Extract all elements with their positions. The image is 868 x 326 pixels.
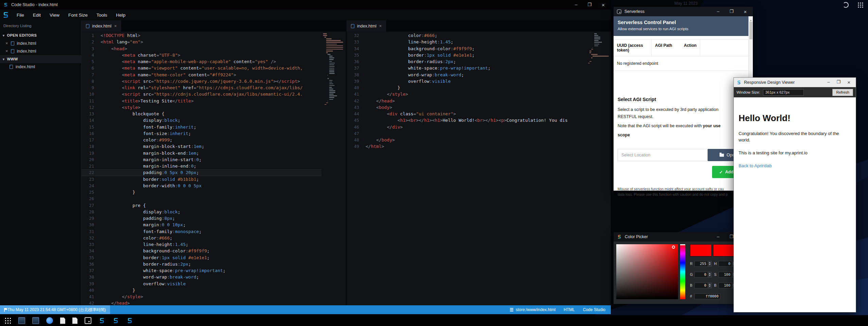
open-editor-item[interactable]: index.html (0, 47, 81, 55)
code-line[interactable]: 30 margin:0 0 10px; (82, 222, 321, 228)
start-menu-icon[interactable] (4, 317, 11, 324)
tab-index-html[interactable]: index.html (82, 20, 122, 32)
browser-icon[interactable] (46, 317, 53, 324)
code-line[interactable]: 10 <script src="https://cdnjs.cloudflare… (82, 91, 321, 97)
color-picker-titlebar[interactable]: Color Picker (614, 232, 753, 242)
minimize-button[interactable] (717, 9, 719, 15)
code-line[interactable]: 20 margin-inline-start:0; (82, 156, 321, 163)
code-line[interactable]: 34 background-color:#f9f9f9; (347, 45, 586, 52)
text-file-icon-1[interactable] (60, 318, 65, 324)
code-line[interactable]: 6 <meta name="viewport" content="user-sc… (82, 65, 321, 71)
code-line[interactable]: 24 border-width:0 0 0 5px (82, 183, 321, 189)
code-line[interactable]: 4 <meta charset="UTF-8"> (82, 52, 321, 58)
code-line[interactable]: 45 <h1><br></h1><h1>Hello World!<br></h1… (347, 117, 586, 123)
code-line[interactable]: 35 border:1px solid #e1e1e1; (347, 52, 586, 58)
code-line[interactable]: 31 font-family:monospace; (82, 228, 321, 235)
code-line[interactable]: 36 border-radius:2px; (347, 58, 586, 65)
code-line[interactable]: 34 background-color:#f9f9f9; (82, 248, 321, 254)
minimize-button[interactable] (827, 79, 830, 85)
code-line[interactable]: 1<!DOCTYPE html> (82, 32, 321, 39)
code-editor-right[interactable]: 32 color:#666;33 line-height:1.45;34 bac… (347, 32, 611, 305)
code-line[interactable]: 13 blockquote { (82, 111, 321, 117)
close-icon[interactable] (5, 49, 8, 54)
channel-input[interactable] (719, 261, 732, 267)
restore-button[interactable] (588, 2, 592, 8)
status-app-name[interactable]: Code Studio (583, 307, 605, 312)
previous-color-swatch[interactable] (713, 244, 735, 256)
code-line[interactable]: 32 color:#666; (347, 32, 586, 39)
open-editors-section-header[interactable]: OPEN EDITORS (0, 31, 81, 39)
code-line[interactable]: 15 font-family:inherit; (82, 124, 321, 130)
code-studio-icon-1[interactable] (99, 317, 105, 324)
menu-item[interactable]: Font Size (64, 11, 92, 19)
code-line[interactable]: 7 <meta name="theme-color" content="#ff9… (82, 72, 321, 78)
code-line[interactable]: 47 (347, 130, 586, 137)
code-line[interactable]: 39 overflow:visible (82, 281, 321, 287)
close-button[interactable] (744, 9, 747, 15)
code-line[interactable]: 26 (82, 195, 321, 202)
app-window-icon-2[interactable] (32, 317, 39, 324)
code-line[interactable]: 11 <title>Testing Site</title> (82, 98, 321, 104)
maximize-button[interactable] (837, 79, 841, 85)
code-line[interactable]: 29 padding:8px; (82, 215, 321, 222)
menu-item[interactable]: Tools (92, 11, 112, 19)
refresh-desktop-icon[interactable] (843, 2, 849, 8)
code-line[interactable]: 39 overflow:visible (347, 78, 586, 84)
code-line[interactable]: 36 border-radius:2px; (82, 261, 321, 267)
code-line[interactable]: 18 margin-block-start:1em; (82, 143, 321, 150)
menu-item[interactable]: View (45, 11, 64, 19)
code-line[interactable]: 25 } (82, 189, 321, 195)
current-color-swatch[interactable] (690, 244, 712, 256)
menu-item[interactable]: Edit (29, 11, 45, 19)
code-line[interactable]: 46 </div> (347, 124, 586, 130)
code-line[interactable]: 41 </style> (82, 293, 321, 300)
code-line[interactable]: 43 <body> (347, 104, 586, 111)
code-line[interactable]: 22 padding:0 5px 0 20px; (82, 169, 321, 176)
serverless-titlebar[interactable]: Serverless (614, 7, 753, 16)
minimap[interactable] (323, 33, 343, 106)
minimize-button[interactable] (575, 2, 577, 8)
code-line[interactable]: 14 display:block; (82, 117, 321, 123)
menu-item[interactable]: Help (112, 11, 130, 19)
tab-close-icon[interactable] (379, 23, 382, 28)
code-line[interactable]: 2<html lang="en"> (82, 39, 321, 45)
code-line[interactable]: 3 <head> (82, 45, 321, 52)
channel-input[interactable] (694, 283, 708, 288)
open-editor-item[interactable]: index.html (0, 39, 81, 47)
code-line[interactable]: 33 line-height:1.45; (347, 39, 586, 45)
serverless-app-icon[interactable] (85, 317, 91, 324)
code-line[interactable]: 38 word-wrap:break-word; (82, 274, 321, 280)
select-location-input[interactable] (618, 149, 708, 161)
code-line[interactable]: 19 margin-block-end:1em; (82, 150, 321, 156)
maximize-button[interactable] (730, 234, 734, 240)
spinner-icon[interactable] (708, 283, 712, 288)
code-line[interactable]: 5 <meta name="apple-mobile-web-app-capab… (82, 58, 321, 65)
status-file-location[interactable]: store:/www/index.html (510, 307, 555, 312)
code-line[interactable]: 48 </body> (347, 137, 586, 143)
code-line[interactable]: 44 <div class="ui container"> (347, 111, 586, 117)
code-line[interactable]: 9 <link rel="stylesheet" href="https://c… (82, 84, 321, 91)
saturation-brightness-field[interactable] (616, 244, 678, 299)
back-to-aprintlab-link[interactable]: Back to Aprintlab (739, 163, 772, 168)
code-line[interactable]: 16 font-size:inherit; (82, 130, 321, 137)
code-line[interactable]: 49</html> (347, 143, 586, 150)
close-button[interactable] (602, 2, 605, 8)
code-line[interactable]: 28 display:block; (82, 209, 321, 215)
minimize-button[interactable] (717, 234, 719, 240)
code-line[interactable]: 21 margin-inline-end:0; (82, 163, 321, 169)
close-icon[interactable] (5, 41, 8, 46)
menu-item[interactable]: File (12, 11, 29, 19)
code-line[interactable]: 40 } (347, 84, 586, 91)
channel-input[interactable] (719, 283, 732, 288)
window-size-input[interactable] (763, 89, 804, 96)
hue-cursor[interactable] (680, 244, 685, 245)
status-language[interactable]: HTML (564, 307, 575, 312)
code-line[interactable]: 40 } (82, 287, 321, 293)
code-line[interactable]: 42 </head> (82, 300, 321, 305)
color-cursor[interactable] (672, 246, 675, 249)
status-datetime[interactable]: Thu May 11 2023 21:54:48 GMT+0800 (台北標準時… (0, 305, 110, 314)
channel-input[interactable] (694, 261, 708, 267)
close-button[interactable] (847, 79, 850, 85)
app-grid-desktop-icon[interactable] (857, 2, 863, 8)
code-line[interactable]: 42 </head> (347, 98, 586, 104)
